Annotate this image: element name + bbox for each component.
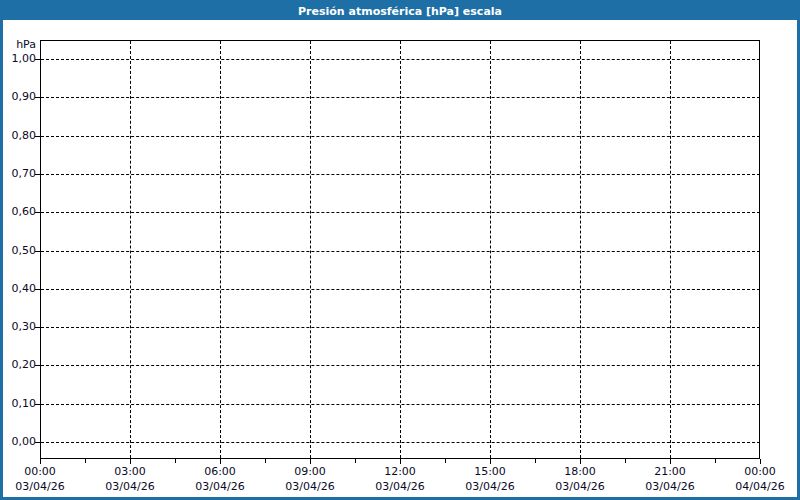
x-axis-major-tick bbox=[40, 459, 41, 464]
x-axis-minor-tick bbox=[535, 459, 536, 463]
x-tick-date-label: 03/04/26 bbox=[540, 480, 620, 493]
x-axis-minor-tick bbox=[175, 459, 176, 463]
x-tick-date-label: 03/04/26 bbox=[450, 480, 530, 493]
title-bar: Presión atmosférica [hPa] escala bbox=[0, 0, 800, 20]
x-tick-time-label: 21:00 bbox=[630, 465, 710, 478]
x-axis-minor-tick bbox=[715, 459, 716, 463]
v-gridline bbox=[670, 41, 671, 458]
x-tick-time-label: 06:00 bbox=[180, 465, 260, 478]
x-axis-minor-tick bbox=[85, 459, 86, 463]
y-tick-label: 0,90 bbox=[0, 90, 36, 103]
x-tick-time-label: 00:00 bbox=[0, 465, 80, 478]
y-tick-label: 0,30 bbox=[0, 320, 36, 333]
y-tick-label: 0,80 bbox=[0, 129, 36, 142]
x-tick-time-label: 03:00 bbox=[90, 465, 170, 478]
y-tick-label: 0,20 bbox=[0, 358, 36, 371]
x-tick-time-label: 00:00 bbox=[720, 465, 800, 478]
x-tick-date-label: 03/04/26 bbox=[630, 480, 710, 493]
x-axis-minor-tick bbox=[445, 459, 446, 463]
v-gridline bbox=[490, 41, 491, 458]
v-gridline bbox=[130, 41, 131, 458]
y-tick-label: 0,50 bbox=[0, 244, 36, 257]
x-tick-date-label: 03/04/26 bbox=[90, 480, 170, 493]
x-axis-major-tick bbox=[670, 459, 671, 464]
y-tick-label: 0,70 bbox=[0, 167, 36, 180]
x-axis-minor-tick bbox=[625, 459, 626, 463]
x-tick-date-label: 03/04/26 bbox=[180, 480, 260, 493]
v-gridline bbox=[310, 41, 311, 458]
y-tick-label: 0,60 bbox=[0, 205, 36, 218]
x-axis-major-tick bbox=[760, 459, 761, 464]
x-tick-time-label: 15:00 bbox=[450, 465, 530, 478]
x-axis-minor-tick bbox=[265, 459, 266, 463]
x-tick-date-label: 03/04/26 bbox=[360, 480, 440, 493]
y-tick-label: 0,40 bbox=[0, 282, 36, 295]
v-gridline bbox=[400, 41, 401, 458]
x-axis-major-tick bbox=[130, 459, 131, 464]
x-axis-major-tick bbox=[220, 459, 221, 464]
x-axis-major-tick bbox=[580, 459, 581, 464]
v-gridline bbox=[220, 41, 221, 458]
x-axis-minor-tick bbox=[355, 459, 356, 463]
x-tick-date-label: 03/04/26 bbox=[270, 480, 350, 493]
y-axis-unit-label: hPa bbox=[0, 38, 36, 51]
pressure-chart-window: Presión atmosférica [hPa] escala hPa 1,0… bbox=[0, 0, 800, 500]
y-tick-label: 1,00 bbox=[0, 52, 36, 65]
x-axis-major-tick bbox=[490, 459, 491, 464]
x-tick-time-label: 18:00 bbox=[540, 465, 620, 478]
x-axis-major-tick bbox=[400, 459, 401, 464]
x-tick-date-label: 03/04/26 bbox=[0, 480, 80, 493]
chart-title: Presión atmosférica [hPa] escala bbox=[298, 5, 502, 18]
y-tick-label: 0,00 bbox=[0, 435, 36, 448]
x-tick-time-label: 09:00 bbox=[270, 465, 350, 478]
y-tick-label: 0,10 bbox=[0, 397, 36, 410]
x-tick-time-label: 12:00 bbox=[360, 465, 440, 478]
x-tick-date-label: 04/04/26 bbox=[720, 480, 800, 493]
v-gridline bbox=[580, 41, 581, 458]
x-axis-major-tick bbox=[310, 459, 311, 464]
